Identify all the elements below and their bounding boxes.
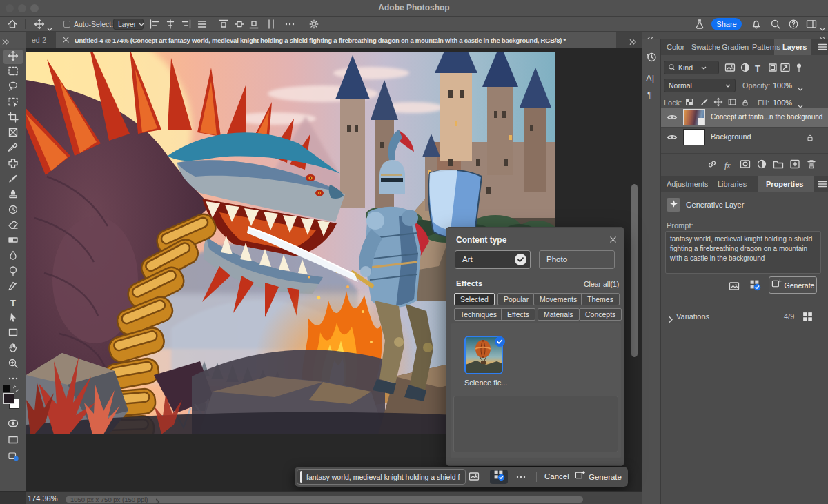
tool-type[interactable]: T bbox=[3, 296, 23, 310]
screen-mode-icon[interactable] bbox=[8, 434, 19, 448]
add-mask-icon[interactable] bbox=[740, 159, 751, 172]
tool-object-selection[interactable] bbox=[3, 96, 23, 110]
chip-techniques[interactable]: Techniques bbox=[454, 308, 503, 321]
new-layer-icon[interactable] bbox=[789, 159, 800, 172]
panel-tab-libraries[interactable]: Libraries bbox=[718, 176, 751, 192]
layer-visibility-eye-icon[interactable] bbox=[667, 112, 678, 125]
tool-history-brush[interactable] bbox=[3, 203, 23, 218]
tool-eraser[interactable] bbox=[3, 219, 23, 233]
layer-thumbnail[interactable] bbox=[683, 129, 705, 145]
tool-pen[interactable] bbox=[3, 281, 23, 295]
distribute-middle-icon[interactable] bbox=[234, 19, 245, 32]
tool-healing[interactable] bbox=[3, 157, 23, 172]
notifications-bell-icon[interactable] bbox=[751, 19, 762, 32]
panel-tab-properties[interactable]: Properties bbox=[766, 176, 807, 192]
panel-tab-patterns[interactable]: Patterns bbox=[752, 39, 782, 55]
tab-untitled-4[interactable]: Untitled-4 @ 174% (Concept art fantasy w… bbox=[56, 32, 616, 48]
taskbar-prompt-input[interactable]: fantasy world, medieval knight holding a… bbox=[297, 469, 466, 485]
history-panel-icon[interactable] bbox=[645, 51, 658, 66]
tool-crop[interactable] bbox=[3, 111, 23, 125]
new-group-icon[interactable] bbox=[773, 159, 784, 172]
panel-menu-icon[interactable] bbox=[817, 179, 828, 192]
filter-smart-object-icon[interactable] bbox=[780, 62, 791, 76]
layer-thumbnail[interactable] bbox=[683, 109, 705, 125]
layer-effects-icon[interactable]: fx bbox=[724, 159, 731, 171]
chip-materials[interactable]: Materials bbox=[538, 308, 580, 321]
tool-eyedropper[interactable] bbox=[3, 142, 23, 157]
variations-grid-icon[interactable] bbox=[802, 311, 814, 325]
delete-layer-icon[interactable] bbox=[806, 159, 817, 172]
content-type-art-button[interactable]: Art bbox=[455, 250, 531, 269]
tool-lasso[interactable] bbox=[3, 81, 23, 95]
share-button[interactable]: Share bbox=[711, 18, 742, 30]
distribute-bottom-icon[interactable] bbox=[248, 19, 259, 32]
tool-path-select[interactable] bbox=[3, 311, 23, 325]
settings-gear-icon[interactable] bbox=[308, 19, 319, 32]
tab-overflow-icon[interactable] bbox=[629, 36, 637, 48]
generative-expand-icon[interactable] bbox=[8, 450, 19, 465]
default-colors-icon[interactable] bbox=[3, 385, 10, 392]
filter-pin-icon[interactable] bbox=[793, 62, 805, 76]
justify-icon[interactable] bbox=[197, 19, 208, 32]
document-info[interactable]: 1050 px x 750 px (150 ppi) bbox=[70, 496, 148, 503]
chip-selected[interactable]: Selected bbox=[454, 293, 495, 305]
help-icon[interactable] bbox=[788, 19, 799, 32]
tool-frame[interactable] bbox=[3, 127, 23, 141]
auto-select-layer-dropdown[interactable]: Layer bbox=[113, 19, 144, 30]
paragraph-panel-icon[interactable]: ¶ bbox=[647, 90, 652, 100]
tool-move[interactable] bbox=[3, 50, 23, 64]
align-left-icon[interactable] bbox=[149, 19, 160, 32]
opacity-chevron-icon[interactable] bbox=[798, 82, 803, 94]
panel-tab-swatches[interactable]: Swatches bbox=[691, 39, 720, 55]
reference-image-icon[interactable] bbox=[469, 471, 480, 485]
layer-visibility-eye-icon[interactable] bbox=[667, 132, 678, 145]
generate-button[interactable]: Generate bbox=[769, 276, 817, 294]
panel-tab-layers[interactable]: Layers bbox=[782, 39, 809, 55]
tool-clone-stamp[interactable] bbox=[3, 188, 23, 203]
status-chevron-icon[interactable] bbox=[155, 496, 161, 504]
fill-value[interactable]: 100% bbox=[773, 99, 792, 107]
layer-row-concept-art[interactable]: Concept art fanta...n the background bbox=[661, 108, 828, 127]
beta-flask-icon[interactable] bbox=[694, 19, 705, 32]
chip-effects[interactable]: Effects bbox=[501, 308, 535, 321]
more-options-icon[interactable] bbox=[284, 19, 295, 32]
align-center-icon[interactable] bbox=[165, 19, 176, 32]
content-type-photo-button[interactable]: Photo bbox=[539, 250, 615, 269]
tool-blur[interactable] bbox=[3, 250, 23, 264]
content-type-icon[interactable] bbox=[749, 279, 761, 294]
filter-type-icon[interactable]: T bbox=[755, 62, 760, 74]
layer-filter-kind[interactable]: Kind bbox=[664, 61, 719, 74]
panel-tab-adjustments[interactable]: Adjustments bbox=[667, 176, 708, 192]
tool-hand[interactable] bbox=[3, 342, 23, 356]
tool-marquee[interactable] bbox=[3, 65, 23, 79]
distribute-vertical-icon[interactable] bbox=[266, 19, 277, 32]
tool-zoom[interactable] bbox=[3, 357, 23, 372]
panel-menu-icon[interactable] bbox=[817, 41, 828, 55]
filter-shape-icon[interactable] bbox=[767, 62, 778, 76]
more-options-icon[interactable] bbox=[515, 472, 526, 485]
workspace-panel-icon[interactable] bbox=[806, 19, 817, 32]
zoom-level[interactable]: 174.36% bbox=[28, 494, 57, 503]
quick-mask-icon[interactable] bbox=[8, 418, 19, 432]
input-drag-handle[interactable] bbox=[300, 471, 302, 483]
opacity-value[interactable]: 100% bbox=[773, 81, 792, 90]
filter-adjustment-icon[interactable] bbox=[740, 62, 751, 76]
foreground-color-swatch[interactable] bbox=[3, 393, 14, 404]
dialog-close-icon[interactable] bbox=[609, 234, 617, 246]
vertical-scrollbar[interactable] bbox=[631, 184, 638, 357]
search-icon[interactable] bbox=[770, 19, 781, 32]
prompt-textarea[interactable]: fantasy world, medieval knight holding a… bbox=[665, 231, 821, 274]
auto-select-checkbox[interactable] bbox=[63, 21, 70, 28]
toolbar-expand-icon[interactable] bbox=[1, 36, 10, 48]
tab-ed-2[interactable]: ed-2 bbox=[26, 32, 55, 48]
chip-concepts[interactable]: Concepts bbox=[579, 308, 622, 321]
chip-themes[interactable]: Themes bbox=[581, 293, 620, 305]
cancel-button[interactable]: Cancel bbox=[544, 472, 569, 481]
reference-image-icon[interactable] bbox=[729, 281, 740, 294]
content-type-chip[interactable] bbox=[490, 470, 508, 484]
close-tab-icon[interactable] bbox=[62, 34, 70, 46]
align-right-icon[interactable] bbox=[181, 19, 192, 32]
tool-gradient[interactable] bbox=[3, 234, 23, 249]
new-adjustment-icon[interactable] bbox=[756, 159, 767, 172]
taskbar-generate-button[interactable]: Generate bbox=[572, 470, 624, 484]
